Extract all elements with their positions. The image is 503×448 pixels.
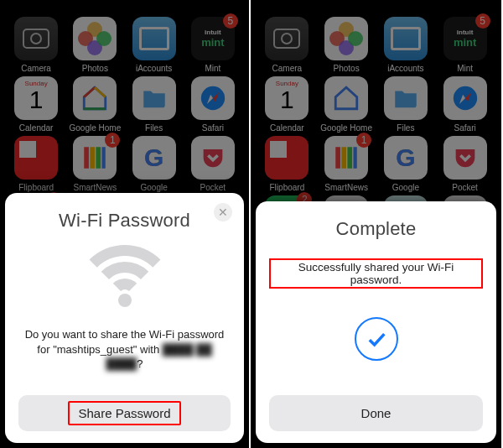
app-label: Mint — [457, 64, 473, 73]
app-safari[interactable]: Safari — [438, 76, 492, 133]
app-iaccounts[interactable]: iAccounts — [379, 17, 433, 73]
notification-badge: 1 — [105, 133, 120, 148]
google-icon: G — [384, 136, 428, 180]
prompt-suffix: ? — [137, 357, 143, 370]
app-label: Google Home — [320, 123, 372, 133]
checkmark-icon — [355, 317, 398, 361]
app-label: SmartNews — [74, 183, 117, 192]
app-safari[interactable]: Safari — [186, 76, 240, 133]
app-google-home[interactable]: Google Home — [319, 76, 373, 133]
app-camera[interactable]: Camera — [260, 17, 314, 73]
camera-icon — [265, 17, 309, 60]
photos-icon — [73, 17, 117, 60]
app-label: Photos — [334, 64, 360, 73]
svg-rect-9 — [354, 147, 357, 169]
app-label: Google — [392, 183, 419, 192]
app-google[interactable]: G Google — [127, 136, 181, 192]
home-icon — [324, 76, 368, 120]
app-label: SmartNews — [324, 183, 368, 192]
app-row: Sunday1Calendar Google Home Files Safari — [257, 76, 495, 133]
svg-rect-7 — [341, 147, 346, 169]
app-photos[interactable]: Photos — [319, 17, 373, 73]
share-password-button[interactable]: Share Password — [18, 395, 231, 431]
camera-icon — [14, 17, 58, 60]
pocket-icon — [443, 136, 487, 180]
app-files[interactable]: Files — [127, 76, 181, 133]
success-message-text: Successfully shared your Wi-Fi password. — [269, 258, 483, 289]
vault-icon — [384, 17, 428, 60]
app-label: iAccounts — [387, 64, 423, 73]
svg-rect-4 — [102, 147, 106, 169]
mint-brand-text: mint — [454, 36, 476, 49]
compass-icon — [443, 76, 487, 120]
app-camera[interactable]: Camera — [9, 17, 63, 73]
flipboard-icon — [265, 136, 309, 180]
app-mint[interactable]: 5 intuit mint Mint — [186, 17, 240, 73]
svg-rect-8 — [348, 147, 353, 169]
home-icon — [73, 76, 117, 120]
app-label: Files — [145, 123, 163, 133]
app-calendar[interactable]: Sunday 1 Calendar — [9, 76, 63, 133]
mint-intuit-text: intuit — [454, 29, 476, 36]
calendar-day: 1 — [14, 87, 58, 112]
app-row: Sunday 1 Calendar Google Home Files — [7, 76, 242, 133]
vault-icon — [132, 17, 176, 60]
sheet-title: Wi-Fi Password — [59, 210, 190, 232]
app-pocket[interactable]: Pocket — [186, 136, 240, 192]
photos-icon — [324, 17, 368, 60]
app-row: Camera Photos iAccounts 5intuitmintMint — [257, 17, 495, 73]
app-label: Photos — [82, 64, 108, 73]
app-mint[interactable]: 5intuitmintMint — [438, 17, 492, 73]
app-label: Pocket — [200, 183, 226, 192]
app-files[interactable]: Files — [379, 76, 433, 133]
share-password-label: Share Password — [68, 401, 180, 425]
app-label: Google — [141, 183, 168, 192]
notification-badge: 5 — [475, 13, 490, 29]
app-google-home[interactable]: Google Home — [68, 76, 122, 133]
app-row: Flipboard 1 SmartNews G Google — [7, 136, 242, 192]
app-google[interactable]: GGoogle — [379, 136, 433, 192]
google-g-glyph: G — [144, 143, 163, 172]
app-photos[interactable]: Photos — [68, 17, 122, 73]
google-icon: G — [132, 136, 176, 180]
svg-rect-1 — [85, 147, 90, 169]
folder-icon — [132, 76, 176, 120]
app-smartnews[interactable]: 1SmartNews — [319, 136, 373, 192]
app-iaccounts[interactable]: iAccounts — [127, 17, 181, 73]
svg-rect-6 — [335, 147, 340, 169]
app-label: Pocket — [452, 183, 478, 192]
mint-brand-text: mint — [201, 36, 224, 49]
done-button[interactable]: Done — [269, 395, 483, 431]
app-label: Files — [397, 123, 414, 133]
app-label: iAccounts — [136, 64, 172, 73]
success-message: Successfully shared your Wi-Fi password. — [269, 258, 483, 289]
calendar-day: 1 — [265, 87, 309, 112]
compass-icon — [191, 76, 235, 120]
notification-badge: 1 — [356, 133, 371, 148]
flipboard-icon — [14, 136, 58, 180]
close-button[interactable]: ✕ — [214, 203, 232, 221]
calendar-icon: Sunday1 — [265, 76, 309, 120]
phone-screen-share-prompt: Camera Photos iAccounts 5 — [0, 0, 251, 448]
app-smartnews[interactable]: 1 SmartNews — [68, 136, 122, 192]
calendar-icon: Sunday 1 — [14, 76, 58, 120]
app-flipboard[interactable]: Flipboard — [260, 136, 314, 192]
folder-icon — [384, 76, 428, 120]
app-label: Google Home — [70, 123, 122, 133]
svg-rect-2 — [91, 147, 96, 169]
app-label: Camera — [272, 64, 303, 73]
app-pocket[interactable]: Pocket — [438, 136, 492, 192]
app-calendar[interactable]: Sunday1Calendar — [260, 76, 314, 133]
sheet-title: Complete — [336, 218, 417, 240]
app-row: Flipboard 1SmartNews GGoogle Pocket — [257, 136, 495, 192]
wifi-share-sheet: ✕ Wi-Fi Password Do you want to share th… — [5, 193, 244, 443]
app-label: Mint — [205, 64, 220, 73]
contact-name-redacted: ████ ██ — [163, 343, 212, 356]
mint-intuit-text: intuit — [201, 29, 224, 36]
app-label: Camera — [21, 64, 51, 73]
svg-rect-3 — [96, 147, 101, 169]
app-flipboard[interactable]: Flipboard — [9, 136, 63, 192]
pocket-icon — [191, 136, 235, 180]
app-label: Safari — [454, 123, 476, 133]
app-label: Flipboard — [270, 183, 305, 192]
